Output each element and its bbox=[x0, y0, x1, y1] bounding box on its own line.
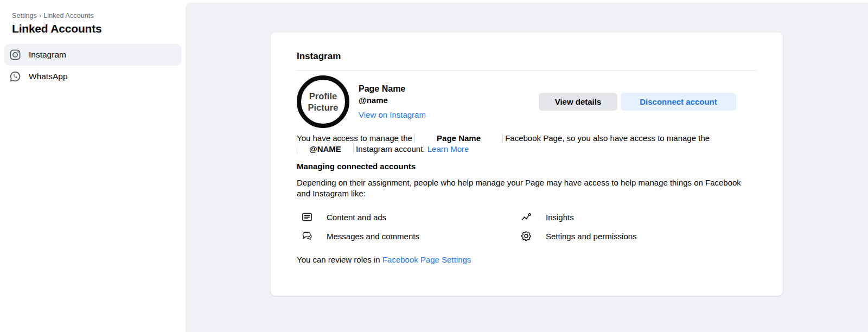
sidebar-item-instagram[interactable]: Instagram bbox=[4, 44, 181, 66]
whatsapp-icon bbox=[9, 70, 22, 83]
page-name-placeholder: Page Name bbox=[414, 133, 503, 143]
card-title: Instagram bbox=[297, 51, 757, 62]
breadcrumb-settings[interactable]: Settings bbox=[12, 12, 37, 20]
breadcrumb: Settings›Linked Accounts bbox=[4, 12, 181, 20]
page-title: Linked Accounts bbox=[4, 22, 181, 35]
breadcrumb-current: Linked Accounts bbox=[43, 12, 94, 20]
access-text-part1: You have access to manage the bbox=[297, 133, 412, 143]
instagram-card: Instagram Profile Picture Page Name @nam… bbox=[271, 33, 783, 296]
perm-item-label: Messages and comments bbox=[327, 232, 419, 241]
page-name: Page Name bbox=[359, 84, 426, 94]
perm-item-label: Insights bbox=[546, 213, 574, 222]
view-on-instagram-link[interactable]: View on Instagram bbox=[359, 110, 426, 119]
access-description: You have access to manage the Page Name … bbox=[297, 133, 757, 154]
access-text-part2: Facebook Page, so you also have access t… bbox=[505, 133, 710, 143]
linked-accounts-nav: Instagram WhatsApp bbox=[4, 44, 181, 87]
sidebar-item-label: WhatsApp bbox=[29, 72, 68, 81]
account-handle: @name bbox=[359, 95, 426, 105]
access-text-part3: Instagram account. bbox=[356, 144, 425, 154]
view-details-button[interactable]: View details bbox=[539, 93, 617, 111]
disconnect-account-button[interactable]: Disconnect account bbox=[621, 93, 736, 111]
main-panel: Instagram Profile Picture Page Name @nam… bbox=[186, 3, 868, 332]
sidebar-item-label: Instagram bbox=[29, 50, 66, 60]
instagram-icon bbox=[9, 48, 22, 61]
perm-item-content-and-ads: Content and ads bbox=[301, 211, 520, 223]
facebook-page-settings-link[interactable]: Facebook Page Settings bbox=[382, 255, 471, 264]
content-and-ads-icon bbox=[301, 211, 313, 223]
settings-sidebar: Settings›Linked Accounts Linked Accounts… bbox=[0, 0, 186, 332]
review-roles-text: You can review roles in bbox=[297, 255, 380, 264]
card-divider bbox=[297, 70, 757, 71]
profile-info: Page Name @name View on Instagram bbox=[359, 84, 426, 119]
learn-more-link[interactable]: Learn More bbox=[427, 144, 469, 154]
insights-icon bbox=[520, 211, 532, 223]
card-actions: View details Disconnect account bbox=[539, 93, 736, 111]
perm-item-label: Settings and permissions bbox=[546, 232, 637, 241]
sidebar-item-whatsapp[interactable]: WhatsApp bbox=[4, 66, 181, 87]
perm-item-insights: Insights bbox=[520, 211, 757, 223]
perm-item-settings-and-permissions: Settings and permissions bbox=[520, 230, 757, 242]
perm-item-messages-and-comments: Messages and comments bbox=[301, 230, 520, 242]
settings-and-permissions-icon bbox=[520, 230, 532, 242]
perm-item-label: Content and ads bbox=[327, 213, 386, 222]
managing-description: Depending on their assignment, people wh… bbox=[297, 177, 742, 199]
messages-and-comments-icon bbox=[301, 230, 313, 242]
review-roles-line: You can review roles in Facebook Page Se… bbox=[297, 255, 757, 264]
breadcrumb-separator: › bbox=[39, 12, 41, 20]
handle-placeholder: @NAME bbox=[297, 144, 354, 154]
profile-picture: Profile Picture bbox=[297, 75, 349, 128]
managing-heading: Managing connected accounts bbox=[297, 162, 757, 171]
permissions-grid: Content and ads Insights bbox=[301, 211, 757, 242]
profile-row: Profile Picture Page Name @name View on … bbox=[297, 75, 757, 128]
